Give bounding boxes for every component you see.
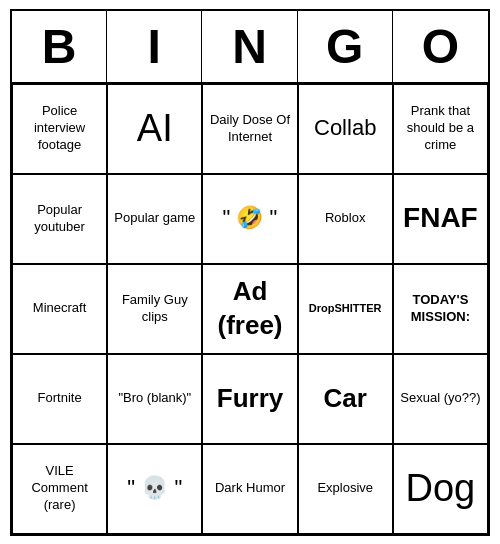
letter-i: I: [107, 11, 202, 82]
cell-24: Dog: [393, 444, 488, 534]
cell-12: Ad (free): [202, 264, 297, 354]
cell-19: Sexual (yo??): [393, 354, 488, 444]
cell-11: Family Guy clips: [107, 264, 202, 354]
cell-4: Prank that should be a crime: [393, 84, 488, 174]
cell-9: FNAF: [393, 174, 488, 264]
bingo-grid: Police interview footageAIDaily Dose Of …: [12, 84, 488, 534]
cell-6: Popular game: [107, 174, 202, 264]
bingo-header: B I N G O: [12, 11, 488, 84]
cell-0: Police interview footage: [12, 84, 107, 174]
cell-1: AI: [107, 84, 202, 174]
cell-23: Explosive: [298, 444, 393, 534]
cell-14: TODAY'S MISSION:: [393, 264, 488, 354]
letter-n: N: [202, 11, 297, 82]
cell-20: VILE Comment (rare): [12, 444, 107, 534]
cell-17: Furry: [202, 354, 297, 444]
cell-3: Collab: [298, 84, 393, 174]
cell-16: "Bro (blank)": [107, 354, 202, 444]
cell-2: Daily Dose Of Internet: [202, 84, 297, 174]
cell-15: Fortnite: [12, 354, 107, 444]
letter-o: O: [393, 11, 488, 82]
cell-22: Dark Humor: [202, 444, 297, 534]
cell-8: Roblox: [298, 174, 393, 264]
cell-21: " 💀 ": [107, 444, 202, 534]
letter-b: B: [12, 11, 107, 82]
bingo-card: B I N G O Police interview footageAIDail…: [10, 9, 490, 536]
cell-18: Car: [298, 354, 393, 444]
cell-13: DropSHITTER: [298, 264, 393, 354]
cell-5: Popular youtuber: [12, 174, 107, 264]
letter-g: G: [298, 11, 393, 82]
cell-10: Minecraft: [12, 264, 107, 354]
cell-7: " 🤣 ": [202, 174, 297, 264]
